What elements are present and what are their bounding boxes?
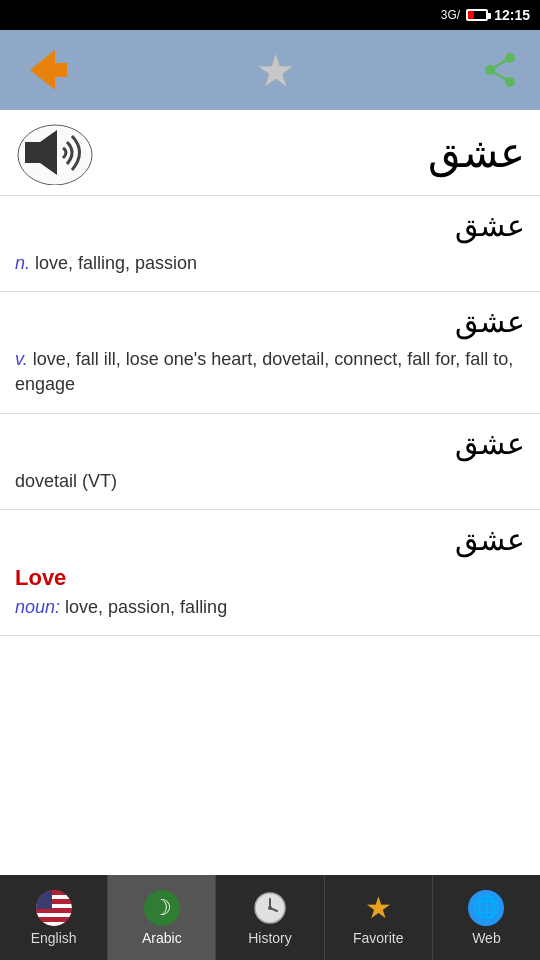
history-clock-icon (252, 890, 288, 926)
arabic-word-2: عشق (15, 208, 525, 243)
entry-verb: عشق v. love, fall ill, lose one's heart,… (0, 292, 540, 413)
definition-noun: n. love, falling, passion (15, 251, 525, 276)
bottom-nav: English ☽ Arabic History ★ Favorite (0, 875, 540, 960)
svg-point-7 (18, 125, 92, 185)
love-heading: Love (15, 565, 525, 591)
crescent-icon: ☽ (152, 897, 172, 919)
nav-label-english: English (31, 930, 77, 946)
definition-dovetail: dovetail (VT) (15, 469, 525, 494)
nav-item-favorite[interactable]: ★ Favorite (325, 875, 433, 960)
battery-icon (466, 9, 488, 21)
pos-noun: n. (15, 253, 30, 273)
entry-dovetail: عشق dovetail (VT) (0, 414, 540, 510)
nav-item-english[interactable]: English (0, 875, 108, 960)
entry-noun: عشق n. love, falling, passion (0, 196, 540, 292)
back-button[interactable] (20, 50, 70, 90)
nav-item-web[interactable]: 🌐 Web (433, 875, 540, 960)
english-flag-icon (36, 890, 72, 926)
toolbar: ★ (0, 30, 540, 110)
arabic-word-main: عشق (95, 128, 525, 177)
star-icon: ★ (256, 45, 295, 96)
nav-label-arabic: Arabic (142, 930, 182, 946)
nav-label-history: History (248, 930, 292, 946)
nav-item-history[interactable]: History (216, 875, 324, 960)
speaker-icon[interactable] (15, 120, 95, 185)
time-display: 12:15 (494, 7, 530, 23)
nav-label-web: Web (472, 930, 501, 946)
svg-line-4 (490, 70, 510, 82)
noun-label: noun: (15, 597, 60, 617)
nav-label-favorite: Favorite (353, 930, 404, 946)
arabic-word-4: عشق (15, 426, 525, 461)
arabic-word-3: عشق (15, 304, 525, 339)
nav-item-arabic[interactable]: ☽ Arabic (108, 875, 216, 960)
back-arrow-icon (20, 50, 70, 90)
speaker-entry: عشق (0, 110, 540, 196)
share-icon (480, 50, 520, 90)
arabic-flag-icon: ☽ (144, 890, 180, 926)
favorite-star-icon: ★ (360, 890, 396, 926)
arabic-word-5: عشق (15, 522, 525, 557)
share-button[interactable] (480, 50, 520, 90)
status-bar: 3G/ 12:15 (0, 0, 540, 30)
entry-love: عشق Love noun: love, passion, falling (0, 510, 540, 636)
star-nav-icon: ★ (365, 890, 392, 925)
definition-love: noun: love, passion, falling (15, 595, 525, 620)
pos-verb: v. (15, 349, 28, 369)
main-content: عشق عشق n. love, falling, passion عشق v.… (0, 110, 540, 875)
favorite-button[interactable]: ★ (256, 45, 295, 96)
signal-icon: 3G/ (441, 8, 460, 22)
web-globe-icon: 🌐 (468, 890, 504, 926)
svg-line-3 (490, 58, 510, 70)
definition-verb: v. love, fall ill, lose one's heart, dov… (15, 347, 525, 397)
svg-point-11 (268, 906, 272, 910)
